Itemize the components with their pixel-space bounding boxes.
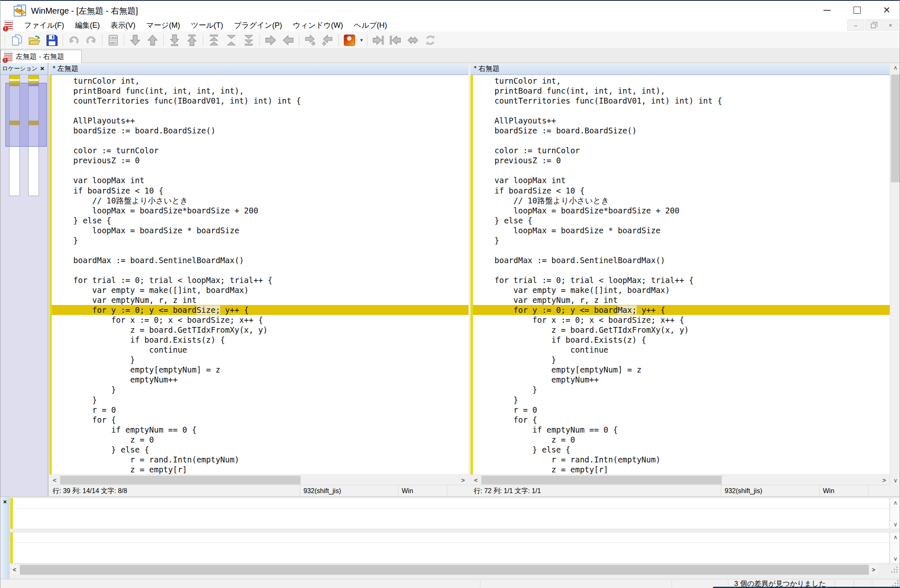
code-line[interactable]: if emptyNum == 0 { <box>473 425 890 435</box>
menu-edit[interactable]: 編集(E) <box>70 19 105 31</box>
swap-panes-button[interactable] <box>404 32 422 48</box>
code-line[interactable]: continue <box>52 345 468 355</box>
right-hscroll-thumb[interactable] <box>481 476 722 484</box>
code-line[interactable] <box>473 165 890 175</box>
code-line[interactable]: loopMax = boardSize*boardSize + 200 <box>473 206 890 215</box>
code-line[interactable]: previousZ := 0 <box>473 155 890 165</box>
code-line[interactable]: var empty = make([]int, boardMax) <box>52 285 468 295</box>
options-button[interactable] <box>341 32 358 48</box>
code-line[interactable]: } <box>473 395 890 405</box>
scroll-left-icon[interactable]: < <box>50 475 59 485</box>
right-code-area[interactable]: turnColor int, printBoard func(int, int,… <box>471 75 890 474</box>
code-line[interactable] <box>473 265 890 275</box>
rescan-button[interactable]: CBA ABC <box>104 32 122 48</box>
code-line[interactable] <box>473 136 890 145</box>
code-line[interactable]: for { <box>52 415 468 425</box>
copy-all-right-button[interactable] <box>369 32 387 48</box>
redo-button[interactable] <box>82 32 100 48</box>
code-line[interactable] <box>52 245 468 255</box>
diff-horizontal-scrollbar[interactable]: < > <box>10 565 890 575</box>
code-line[interactable]: z = board.GetTIdxFromXy(x, y) <box>52 325 468 335</box>
scroll-up-icon[interactable]: ∧ <box>890 63 900 72</box>
menu-plugins[interactable]: プラグイン(P) <box>228 19 287 31</box>
code-line[interactable]: z = empty[r] <box>473 465 890 474</box>
vscroll-thumb[interactable] <box>891 75 900 182</box>
code-line[interactable]: z = 0 <box>473 435 890 445</box>
code-line[interactable]: for { <box>473 415 890 425</box>
code-line[interactable]: var emptyNum, r, z int <box>52 295 468 305</box>
diff-hscroll-thumb[interactable] <box>20 565 875 575</box>
code-line[interactable]: r = 0 <box>52 405 468 415</box>
current-diff-button[interactable] <box>223 32 240 48</box>
code-line[interactable]: continue <box>473 345 890 355</box>
menu-view[interactable]: 表示(V) <box>105 19 141 31</box>
refresh-button[interactable] <box>422 32 439 48</box>
code-line[interactable]: for x := 0; x < boardSize; x++ { <box>52 315 468 325</box>
code-line[interactable]: loopMax = boardSize * boardSize <box>52 225 468 235</box>
location-visible-area-overlay[interactable] <box>5 83 47 147</box>
code-line[interactable]: for trial := 0; trial < loopMax; trial++… <box>473 275 890 285</box>
location-diff-mark[interactable] <box>29 75 39 79</box>
toolbar-grip[interactable] <box>5 34 7 46</box>
code-line[interactable]: if boardSize < 10 { <box>52 186 468 196</box>
scroll-down-icon[interactable]: ∨ <box>890 476 900 485</box>
code-line[interactable]: if board.Exists(z) { <box>52 335 468 345</box>
code-line[interactable]: previousZ := 0 <box>52 155 468 165</box>
code-line[interactable]: for trial := 0; trial < loopMax; trial++… <box>52 275 468 285</box>
mdi-restore-button[interactable] <box>865 19 881 31</box>
location-pane-close-button[interactable]: × <box>38 64 47 73</box>
mdi-minimize-button[interactable]: – <box>847 19 864 31</box>
diff-left-vscrollbar[interactable]: ∧ ∨ <box>890 498 900 529</box>
diff-pane-left-editor[interactable] <box>10 498 890 529</box>
scroll-right-icon[interactable]: > <box>869 565 878 575</box>
code-line[interactable]: r = 0 <box>473 405 890 415</box>
copy-left-advance-button[interactable] <box>319 32 336 48</box>
scroll-up-icon[interactable]: ∧ <box>890 498 900 507</box>
first-diff-button[interactable] <box>205 32 223 48</box>
code-line[interactable]: if boardSize < 10 { <box>473 186 890 196</box>
code-line[interactable]: } else { <box>473 445 890 455</box>
minimize-button[interactable]: ─ <box>814 1 840 19</box>
menu-file[interactable]: ファイル(F) <box>19 19 70 31</box>
scroll-right-icon[interactable]: > <box>880 475 889 485</box>
undo-button[interactable] <box>65 32 82 48</box>
right-horizontal-scrollbar[interactable]: < > <box>471 474 890 485</box>
code-line[interactable]: } <box>52 235 468 245</box>
code-line[interactable]: var loopMax int <box>52 175 468 185</box>
code-line[interactable]: } else { <box>52 215 468 225</box>
code-line[interactable]: if emptyNum == 0 { <box>52 425 468 435</box>
code-line[interactable]: printBoard func(int, int, int, int), <box>473 86 890 96</box>
left-code-area[interactable]: turnColor int, printBoard func(int, int,… <box>49 75 468 474</box>
code-line[interactable]: z = empty[r] <box>52 465 468 474</box>
code-line[interactable]: var loopMax int <box>473 175 890 185</box>
code-line[interactable] <box>473 106 890 116</box>
copy-right-advance-button[interactable] <box>301 32 319 48</box>
code-line[interactable]: empty[emptyNum] = z <box>473 365 890 375</box>
close-button[interactable]: × <box>873 1 900 19</box>
code-line[interactable]: } else { <box>52 445 468 455</box>
code-line[interactable] <box>52 265 468 275</box>
left-horizontal-scrollbar[interactable]: < > <box>49 474 468 485</box>
menu-window[interactable]: ウィンドウ(W) <box>287 19 348 31</box>
code-line[interactable]: emptyNum++ <box>52 375 468 385</box>
options-dropdown-button[interactable]: ▾ <box>358 32 365 48</box>
window-resize-grip[interactable] <box>892 580 900 588</box>
maximize-button[interactable] <box>844 1 870 19</box>
main-vertical-scrollbar[interactable]: ∧ ∨ <box>890 63 900 485</box>
code-line[interactable]: } <box>473 235 890 245</box>
code-line[interactable]: r = rand.Intn(emptyNum) <box>52 455 468 465</box>
code-line[interactable]: } <box>52 395 468 405</box>
code-line[interactable]: AllPlayouts++ <box>473 116 890 126</box>
code-line[interactable]: var empty = make([]int, boardMax) <box>473 285 890 295</box>
scroll-up-icon[interactable]: ∧ <box>890 532 900 542</box>
location-diff-mark[interactable] <box>10 75 19 79</box>
code-line[interactable]: r = rand.Intn(emptyNum) <box>473 455 890 465</box>
next-diff-button[interactable] <box>126 32 144 48</box>
diff-right-vscrollbar[interactable]: ∧ ∨ <box>890 532 900 564</box>
scroll-right-icon[interactable]: > <box>458 475 468 485</box>
save-button[interactable] <box>43 32 61 48</box>
code-line[interactable]: boardMax := board.SentinelBoardMax() <box>52 255 468 265</box>
code-line[interactable]: countTerritories func(IBoardV01, int) in… <box>473 96 890 106</box>
code-line[interactable]: z = board.GetTIdxFromXy(x, y) <box>473 325 890 335</box>
code-line[interactable]: printBoard func(int, int, int, int), <box>52 86 468 96</box>
